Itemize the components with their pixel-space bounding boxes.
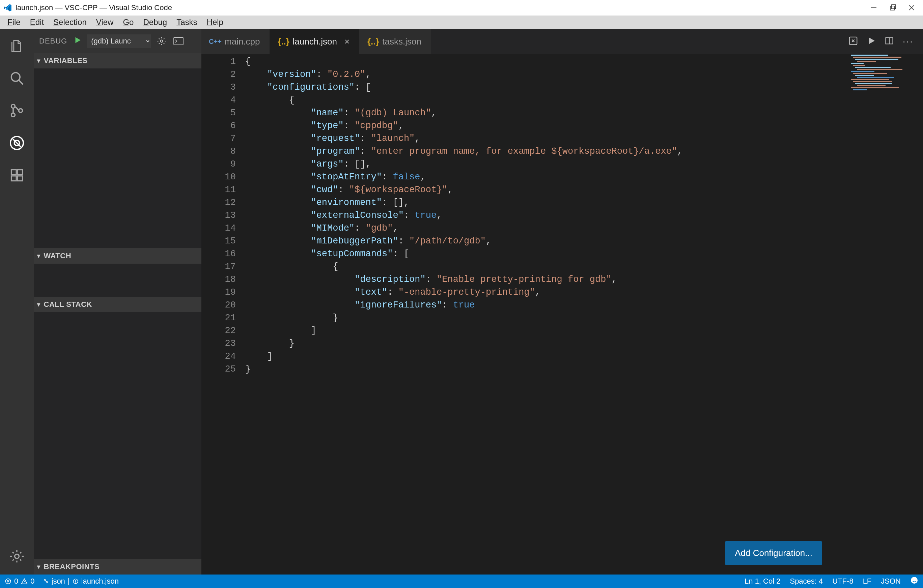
close-button[interactable]: [902, 0, 921, 15]
status-spaces[interactable]: Spaces: 4: [790, 577, 823, 586]
search-icon[interactable]: [8, 69, 26, 87]
debug-label: DEBUG: [39, 37, 67, 46]
svg-line-6: [19, 80, 23, 85]
tab-tasks-json[interactable]: {..} tasks.json: [359, 29, 431, 54]
close-tab-icon[interactable]: ×: [345, 36, 350, 47]
svg-point-33: [913, 579, 914, 580]
svg-line-29: [45, 581, 46, 582]
maximize-button[interactable]: [883, 0, 902, 15]
debug-icon[interactable]: [8, 134, 26, 152]
json-file-icon: {..}: [369, 36, 378, 47]
section-breakpoints[interactable]: ▾BREAKPOINTS: [34, 559, 201, 575]
json-file-icon: {..}: [279, 36, 288, 47]
source-control-icon[interactable]: [8, 102, 26, 120]
run-icon[interactable]: [867, 36, 876, 46]
split-editor-icon[interactable]: [885, 36, 894, 47]
svg-rect-1: [890, 6, 894, 10]
settings-gear-icon[interactable]: [8, 547, 26, 565]
line-numbers: 1234567891011121314151617181920212223242…: [201, 54, 244, 575]
svg-rect-13: [11, 170, 16, 175]
section-watch[interactable]: ▾WATCH: [34, 248, 201, 263]
feedback-smiley-icon[interactable]: [910, 576, 918, 586]
section-variables[interactable]: ▾VARIABLES: [34, 53, 201, 69]
compare-changes-icon[interactable]: [848, 36, 858, 47]
editor[interactable]: 1234567891011121314151617181920212223242…: [201, 54, 923, 575]
minimap[interactable]: [849, 54, 923, 128]
menu-go[interactable]: Go: [118, 16, 138, 28]
status-language[interactable]: JSON: [881, 577, 901, 586]
add-configuration-button[interactable]: Add Configuration...: [725, 541, 822, 565]
more-actions-icon[interactable]: ···: [903, 36, 913, 47]
window-title: launch.json — VSC-CPP — Visual Studio Co…: [15, 3, 864, 12]
debug-config-select[interactable]: (gdb) Launc: [87, 34, 151, 48]
svg-rect-2: [892, 5, 896, 9]
debug-header: DEBUG (gdb) Launc: [34, 29, 201, 53]
tab-main-cpp[interactable]: C++ main.cpp: [201, 29, 270, 54]
menu-view[interactable]: View: [92, 16, 118, 28]
status-eol[interactable]: LF: [863, 577, 872, 586]
svg-rect-16: [18, 176, 23, 181]
minimize-button[interactable]: [864, 0, 883, 15]
menu-help[interactable]: Help: [202, 16, 228, 28]
code-content[interactable]: { "version": "0.2.0", "configurations": …: [244, 54, 682, 575]
cpp-file-icon: C++: [211, 38, 220, 46]
svg-rect-19: [174, 38, 183, 45]
status-bar: 0 0 json | launch.json Ln 1, Col 2 Space…: [0, 575, 923, 588]
menu-tasks[interactable]: Tasks: [172, 16, 202, 28]
status-encoding[interactable]: UTF-8: [832, 577, 853, 586]
svg-rect-15: [11, 176, 16, 181]
activity-bar: [0, 29, 34, 575]
svg-point-5: [11, 73, 20, 82]
debug-settings-icon[interactable]: [156, 36, 168, 46]
debug-console-icon[interactable]: [172, 37, 184, 45]
svg-point-34: [915, 579, 916, 580]
svg-point-8: [11, 113, 15, 117]
svg-rect-14: [18, 170, 23, 175]
status-cursor[interactable]: Ln 1, Col 2: [744, 577, 780, 586]
tab-launch-json[interactable]: {..} launch.json ×: [270, 29, 360, 54]
tab-bar: C++ main.cpp {..} launch.json × {..} tas…: [201, 29, 923, 54]
vscode-logo-icon: [3, 3, 12, 12]
menu-debug[interactable]: Debug: [138, 16, 172, 28]
menubar: File Edit Selection View Go Debug Tasks …: [0, 15, 923, 29]
svg-point-18: [161, 40, 163, 42]
svg-point-17: [15, 554, 19, 559]
status-schema[interactable]: json | launch.json: [43, 577, 119, 586]
extensions-icon[interactable]: [8, 167, 26, 184]
start-debug-icon[interactable]: [73, 36, 82, 46]
titlebar: launch.json — VSC-CPP — Visual Studio Co…: [0, 0, 923, 15]
editor-group: C++ main.cpp {..} launch.json × {..} tas…: [201, 29, 923, 575]
status-errors[interactable]: 0 0: [5, 577, 35, 586]
explorer-icon[interactable]: [8, 37, 26, 55]
menu-file[interactable]: File: [3, 16, 25, 28]
menu-edit[interactable]: Edit: [25, 16, 49, 28]
svg-point-7: [11, 105, 15, 108]
debug-sidebar: DEBUG (gdb) Launc ▾VARIABLES ▾WATCH ▾CAL…: [34, 29, 201, 575]
menu-selection[interactable]: Selection: [49, 16, 92, 28]
svg-point-32: [911, 577, 918, 584]
section-callstack[interactable]: ▾CALL STACK: [34, 297, 201, 312]
